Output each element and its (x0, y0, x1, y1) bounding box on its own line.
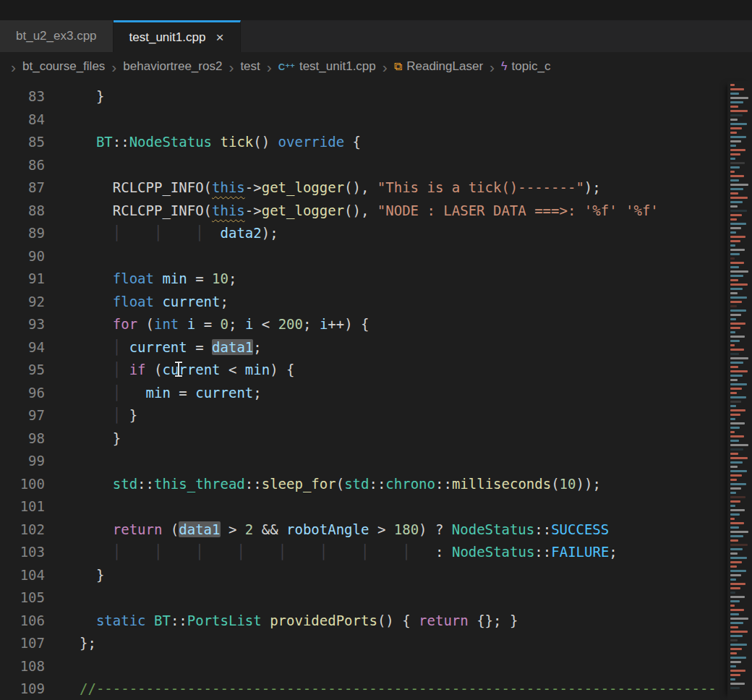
code-text: │ current = data1; (45, 336, 262, 359)
code-line-91[interactable]: 91 float min = 10; (0, 268, 727, 291)
minimap-line (730, 626, 738, 628)
code-text: RCLCPP_INFO(this->get_logger(), "This is… (45, 176, 601, 200)
breadcrumb-item-test_unit1.cpp[interactable]: C⁺⁺test_unit1.cpp (278, 59, 376, 74)
line-number: 89 (0, 222, 45, 245)
code-line-106[interactable]: 106 static BT::PortsList providedPorts()… (0, 610, 727, 633)
minimap-line (730, 266, 739, 268)
chevron-right-icon: › (260, 59, 278, 74)
code-line-93[interactable]: 93 for (int i = 0; i < 200; i++) { (0, 313, 727, 336)
code-text (45, 108, 80, 132)
code-line-100[interactable]: 100 std::this_thread::sleep_for(std::chr… (0, 473, 727, 496)
code-line-83[interactable]: 83 } (0, 85, 727, 108)
minimap-line (730, 114, 743, 116)
minimap-line (730, 214, 742, 216)
minimap-line (730, 184, 748, 186)
tab-bt_u2_ex3.cpp[interactable]: bt_u2_ex3.cpp (0, 20, 114, 52)
code-line-109[interactable]: 109//-----------------------------------… (0, 678, 727, 700)
code-line-87[interactable]: 87 RCLCPP_INFO(this->get_logger(), "This… (0, 176, 727, 200)
minimap-line (730, 253, 740, 255)
indent-guide: │ (113, 385, 121, 401)
minimap-line (730, 457, 748, 459)
minimap-line (730, 292, 738, 294)
minimap-line (730, 665, 736, 667)
minimap-line (730, 565, 737, 568)
breadcrumb-item-ReadingLaser[interactable]: ⧉ReadingLaser (394, 59, 483, 74)
code-line-108[interactable]: 108 (0, 655, 727, 678)
line-number: 93 (0, 313, 45, 336)
code-line-95[interactable]: 95 │ if (current < min) { (0, 359, 727, 382)
code-line-84[interactable]: 84 (0, 108, 727, 132)
code-editor[interactable]: 83 }8485 BT::NodeStatus tick() override … (0, 81, 752, 700)
minimap-line (730, 357, 748, 359)
minimap-line (730, 262, 744, 264)
minimap-line (730, 84, 735, 86)
code-line-104[interactable]: 104 } (0, 564, 727, 587)
code-line-92[interactable]: 92 float current; (0, 291, 727, 314)
breadcrumb-label: ReadingLaser (406, 59, 483, 74)
minimap-line (730, 310, 746, 312)
code-line-89[interactable]: 89 │ │ │ data2); (0, 222, 727, 245)
minimap-line (730, 644, 747, 646)
minimap-line (730, 349, 744, 351)
code-line-90[interactable]: 90 (0, 245, 727, 268)
minimap-line (730, 409, 745, 411)
chevron-right-icon: › (4, 59, 22, 74)
minimap-line (730, 440, 739, 442)
minimap-line (730, 552, 738, 555)
minimap-line (730, 283, 748, 286)
minimap-line (730, 188, 743, 190)
code-line-105[interactable]: 105 (0, 586, 727, 610)
code-line-98[interactable]: 98 } (0, 427, 727, 451)
breadcrumb-label: test (240, 59, 260, 74)
breadcrumb-item-topic_c[interactable]: ϟtopic_c (501, 59, 550, 74)
minimap-line (730, 587, 740, 589)
code-line-96[interactable]: 96 │ min = current; (0, 382, 727, 405)
code-text (45, 154, 80, 177)
code-text: float min = 10; (45, 268, 236, 291)
line-number: 107 (0, 632, 45, 655)
code-line-107[interactable]: 107}; (0, 632, 727, 655)
line-number: 84 (0, 108, 45, 132)
code-line-102[interactable]: 102 return (data1 > 2 && robotAngle > 18… (0, 518, 727, 542)
chevron-right-icon: › (105, 59, 123, 74)
minimap-line (730, 474, 742, 477)
tab-close-icon[interactable]: × (215, 30, 223, 44)
breadcrumb-item-behaviortree_ros2[interactable]: behaviortree_ros2 (123, 59, 222, 74)
minimap-line (730, 136, 746, 138)
code-line-85[interactable]: 85 BT::NodeStatus tick() override { (0, 131, 727, 154)
minimap-line (730, 192, 738, 195)
title-bar (0, 0, 752, 20)
tab-test_unit1.cpp[interactable]: test_unit1.cpp× (114, 20, 241, 52)
code-line-88[interactable]: 88 RCLCPP_INFO(this->get_logger(), "NODE… (0, 200, 727, 223)
code-line-97[interactable]: 97 │ } (0, 404, 727, 427)
code-line-99[interactable]: 99 (0, 450, 727, 473)
line-number: 101 (0, 495, 45, 518)
code-line-86[interactable]: 86 (0, 154, 727, 177)
code-text (45, 586, 80, 610)
line-number: 98 (0, 427, 45, 451)
minimap-line (730, 236, 745, 238)
code-line-103[interactable]: 103 │ │ │ │ │ │ │ │ : NodeStatus::FAILUR… (0, 541, 727, 564)
minimap-line (730, 535, 743, 537)
line-number: 83 (0, 85, 45, 108)
minimap-line (730, 639, 738, 641)
code-line-94[interactable]: 94 │ current = data1; (0, 336, 727, 359)
indent-guide: │ (236, 544, 244, 560)
line-number: 102 (0, 518, 45, 542)
indent-guide: │ (113, 362, 121, 377)
minimap[interactable] (727, 81, 752, 700)
code-line-101[interactable]: 101 (0, 495, 727, 518)
minimap-line (730, 132, 737, 134)
minimap-line (730, 197, 748, 199)
minimap-line (730, 240, 740, 242)
minimap-line (730, 106, 738, 108)
breadcrumb-item-test[interactable]: test (240, 59, 260, 74)
minimap-line (730, 223, 746, 225)
minimap-line (730, 153, 740, 155)
minimap-line (730, 97, 748, 99)
minimap-line (730, 414, 740, 416)
editor-lines[interactable]: 83 }8485 BT::NodeStatus tick() override … (0, 81, 727, 700)
minimap-line (730, 158, 735, 160)
breadcrumb-item-bt_course_files[interactable]: bt_course_files (22, 59, 105, 74)
minimap-line (730, 483, 746, 485)
